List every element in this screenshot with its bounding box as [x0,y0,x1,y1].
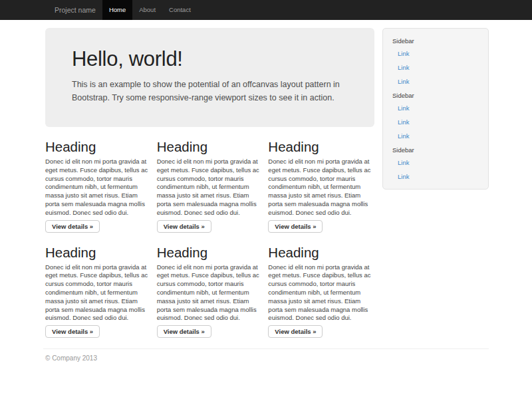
view-details-button[interactable]: View details » [45,325,100,338]
sidebar-link[interactable]: Link [383,74,488,88]
cards-row-1: Heading Donec id elit non mi porta gravi… [45,127,380,233]
sidebar-link[interactable]: Link [383,47,488,61]
copyright-text: © Company 2013 [43,354,489,362]
view-details-button[interactable]: View details » [45,220,100,233]
page-container: Hello, world! This is an example to show… [43,20,489,362]
feature-card: Heading Donec id elit non mi porta gravi… [268,127,380,233]
sidebar-link[interactable]: Link [383,101,488,115]
sidebar-group-header: Sidebar [383,143,488,156]
navbar-menu: Home About Contact [102,0,198,20]
cards-row-2: Heading Donec id elit non mi porta gravi… [45,233,380,338]
card-heading: Heading [45,139,153,154]
sidebar-link[interactable]: Link [383,156,488,170]
card-body: Donec id elit non mi porta gravida at eg… [45,263,153,323]
sidebar-panel: Sidebar Link Link Link Sidebar Link Link… [382,28,489,190]
jumbotron-description: This is an example to show the potential… [72,78,348,104]
feature-card: Heading Donec id elit non mi porta gravi… [45,127,157,233]
content-row: Hello, world! This is an example to show… [43,20,489,338]
card-heading: Heading [268,139,376,154]
card-body: Donec id elit non mi porta gravida at eg… [157,263,265,323]
sidebar-group-1: Sidebar Link Link Link [383,34,488,88]
feature-card: Heading Donec id elit non mi porta gravi… [157,233,269,338]
sidebar-group-3: Sidebar Link Link [383,143,488,184]
navbar-brand[interactable]: Project name [43,0,102,20]
feature-card: Heading Donec id elit non mi porta gravi… [45,233,157,338]
sidebar-group-2: Sidebar Link Link Link [383,88,488,143]
sidebar-link[interactable]: Link [383,129,488,143]
feature-card: Heading Donec id elit non mi porta gravi… [268,233,380,338]
sidebar-link[interactable]: Link [383,115,488,129]
view-details-button[interactable]: View details » [157,325,211,338]
card-heading: Heading [157,139,265,154]
navbar: Project name Home About Contact [0,0,532,20]
footer-divider [43,348,489,349]
nav-item-home[interactable]: Home [102,0,132,20]
jumbotron-title: Hello, world! [72,48,348,70]
jumbotron: Hello, world! This is an example to show… [45,28,374,127]
main-column: Hello, world! This is an example to show… [43,20,380,338]
navbar-container: Project name Home About Contact [43,0,489,20]
card-body: Donec id elit non mi porta gravida at eg… [268,158,376,217]
card-body: Donec id elit non mi porta gravida at eg… [157,158,265,217]
card-heading: Heading [268,245,376,260]
view-details-button[interactable]: View details » [268,325,323,338]
card-body: Donec id elit non mi porta gravida at eg… [268,263,376,323]
sidebar-link[interactable]: Link [383,61,488,74]
sidebar-column: Sidebar Link Link Link Sidebar Link Link… [380,20,489,190]
feature-card: Heading Donec id elit non mi porta gravi… [157,127,269,233]
nav-item-contact[interactable]: Contact [162,0,198,20]
card-body: Donec id elit non mi porta gravida at eg… [45,158,153,217]
view-details-button[interactable]: View details » [268,220,323,233]
card-heading: Heading [45,245,153,260]
view-details-button[interactable]: View details » [157,220,211,233]
sidebar-group-header: Sidebar [383,88,488,101]
sidebar-group-header: Sidebar [383,34,488,47]
nav-item-about[interactable]: About [132,0,162,20]
card-heading: Heading [157,245,265,260]
sidebar-link[interactable]: Link [383,170,488,184]
page-footer: © Company 2013 [43,348,489,362]
